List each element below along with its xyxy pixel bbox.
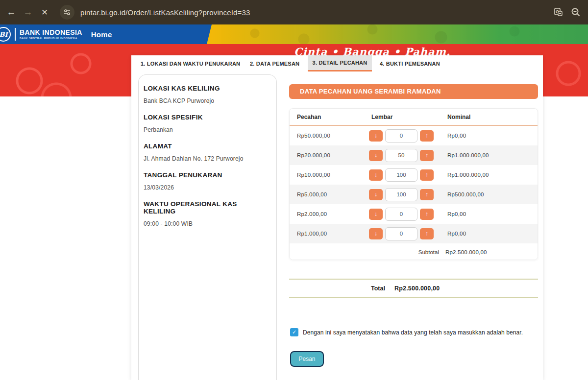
site-header: BI BANK INDONESIA BANK SENTRAL REPUBLIK … bbox=[0, 24, 588, 44]
decrement-button[interactable]: ↓ bbox=[369, 189, 383, 200]
denomination-table: Pecahan Lembar Nominal Rp50.000,00 ↓ ↑ R… bbox=[289, 108, 538, 260]
stop-button[interactable]: ✕ bbox=[36, 4, 53, 21]
nominal-value: Rp500.000,00 bbox=[445, 191, 538, 197]
denomination-label: Rp50.000,00 bbox=[290, 133, 369, 139]
forward-button[interactable]: → bbox=[20, 4, 36, 21]
summary-field-value: Jl. Ahmad Dahlan No. 172 Purworejo bbox=[144, 155, 270, 162]
summary-field-label: LOKASI SPESIFIK bbox=[144, 114, 270, 121]
agreement-label[interactable]: Dengan ini saya menyatakan bahwa data ya… bbox=[303, 329, 523, 336]
subtotal-label: Subtotal bbox=[290, 249, 439, 255]
arrow-down-icon: ↓ bbox=[374, 211, 377, 217]
summary-field-label: TANGGAL PENUKARAN bbox=[144, 171, 270, 179]
denomination-row: Rp2.000,00 ↓ ↑ Rp0,00 bbox=[290, 204, 538, 224]
denomination-row: Rp50.000,00 ↓ ↑ Rp0,00 bbox=[290, 126, 538, 145]
column-header-nominal: Nominal bbox=[445, 114, 538, 120]
arrow-up-icon: ↑ bbox=[425, 132, 428, 139]
denomination-row: Rp1.000,00 ↓ ↑ Rp0,00 bbox=[290, 224, 538, 243]
table-header-row: Pecahan Lembar Nominal bbox=[290, 109, 538, 126]
sheet-count-input[interactable] bbox=[385, 188, 417, 201]
nav-home-link[interactable]: Home bbox=[91, 30, 112, 39]
brand-subtitle: BANK SENTRAL REPUBLIK INDONESIA bbox=[20, 37, 82, 40]
nominal-value: Rp0,00 bbox=[445, 231, 538, 237]
total-box: Total Rp2.500.000,00 bbox=[289, 279, 538, 298]
subtotal-row: Subtotal Rp2.500.000,00 bbox=[290, 243, 538, 260]
bank-indonesia-logo-icon: BI bbox=[0, 27, 11, 42]
decrement-button[interactable]: ↓ bbox=[369, 228, 383, 239]
summary-field-label: ALAMAT bbox=[144, 142, 270, 150]
tab-1-lokasi-dan-waktu-penukaran[interactable]: 1. LOKASI DAN WAKTU PENUKARAN bbox=[141, 55, 240, 71]
arrow-up-icon: ↑ bbox=[425, 191, 428, 198]
tab-4-bukti-pemesanan[interactable]: 4. BUKTI PEMESANAN bbox=[380, 55, 440, 71]
denomination-label: Rp20.000,00 bbox=[290, 152, 369, 158]
tab-2-data-pemesan[interactable]: 2. DATA PEMESAN bbox=[250, 55, 299, 71]
nominal-value: Rp0,00 bbox=[445, 211, 538, 217]
wizard-tabs: 1. LOKASI DAN WAKTU PENUKARAN2. DATA PEM… bbox=[131, 55, 543, 71]
browser-toolbar: ← → ✕ pintar.bi.go.id/Order/ListKasKelil… bbox=[0, 0, 588, 24]
agreement-checkbox[interactable]: ✓ bbox=[290, 328, 298, 336]
denomination-label: Rp5.000,00 bbox=[290, 191, 369, 197]
tab-3-detail-pecahan[interactable]: 3. DETAIL PECAHAN bbox=[308, 55, 372, 71]
address-bar[interactable]: pintar.bi.go.id/Order/ListKasKeliling?pr… bbox=[80, 8, 250, 17]
arrow-up-icon: ↑ bbox=[425, 230, 428, 237]
page: ← → ✕ pintar.bi.go.id/Order/ListKasKelil… bbox=[0, 0, 588, 380]
sheet-count-input[interactable] bbox=[385, 129, 417, 142]
increment-button[interactable]: ↑ bbox=[420, 189, 434, 200]
content-card: 1. LOKASI DAN WAKTU PENUKARAN2. DATA PEM… bbox=[131, 55, 543, 380]
agreement-row: ✓ Dengan ini saya menyatakan bahwa data … bbox=[290, 328, 523, 336]
increment-button[interactable]: ↑ bbox=[420, 150, 434, 161]
form-banner: DATA PECAHAN UANG SERAMBI RAMADAN bbox=[289, 84, 538, 99]
decrement-button[interactable]: ↓ bbox=[369, 209, 383, 220]
sheet-count-input[interactable] bbox=[385, 208, 417, 221]
arrow-down-icon: ↓ bbox=[374, 191, 377, 198]
translate-icon[interactable]: G bbox=[553, 7, 564, 18]
back-button[interactable]: ← bbox=[3, 4, 20, 21]
tune-icon bbox=[63, 8, 71, 16]
arrow-down-icon: ↓ bbox=[374, 230, 377, 237]
arrow-down-icon: ↓ bbox=[374, 152, 377, 159]
total-label: Total bbox=[371, 285, 385, 292]
subtotal-value: Rp2.500.000,00 bbox=[439, 249, 487, 255]
denomination-row: Rp20.000,00 ↓ ↑ Rp1.000.000,00 bbox=[290, 145, 538, 165]
column-header-lembar: Lembar bbox=[369, 114, 445, 120]
denomination-row: Rp5.000,00 ↓ ↑ Rp500.000,00 bbox=[290, 185, 538, 204]
denomination-row: Rp10.000,00 ↓ ↑ Rp1.000.000,00 bbox=[290, 165, 538, 185]
increment-button[interactable]: ↑ bbox=[420, 130, 434, 142]
nominal-value: Rp0,00 bbox=[445, 133, 538, 139]
site-info-button[interactable] bbox=[60, 5, 74, 20]
sheet-count-input[interactable] bbox=[385, 168, 417, 182]
brand-divider bbox=[15, 28, 16, 41]
brand-area: BI BANK INDONESIA BANK SENTRAL REPUBLIK … bbox=[0, 24, 212, 44]
arrow-up-icon: ↑ bbox=[425, 211, 428, 217]
arrow-up-icon: ↑ bbox=[425, 152, 428, 159]
decrement-button[interactable]: ↓ bbox=[369, 150, 383, 161]
decrement-button[interactable]: ↓ bbox=[369, 169, 383, 181]
denomination-form: DATA PECAHAN UANG SERAMBI RAMADAN Pecaha… bbox=[289, 84, 538, 380]
decrement-button[interactable]: ↓ bbox=[369, 130, 383, 142]
summary-field-label: WAKTU OPERASIONAL KAS KELILING bbox=[144, 200, 270, 215]
arrow-up-icon: ↑ bbox=[425, 171, 428, 178]
column-header-pecahan: Pecahan bbox=[290, 114, 369, 120]
nominal-value: Rp1.000.000,00 bbox=[445, 152, 538, 158]
summary-field-value: 09:00 - 10:00 WIB bbox=[144, 220, 270, 227]
arrow-down-icon: ↓ bbox=[374, 132, 377, 139]
sheet-count-input[interactable] bbox=[385, 227, 417, 240]
summary-field-value: Perbankan bbox=[144, 126, 270, 133]
denomination-label: Rp2.000,00 bbox=[290, 211, 369, 217]
order-submit-button[interactable]: Pesan bbox=[290, 351, 324, 367]
increment-button[interactable]: ↑ bbox=[420, 169, 434, 181]
summary-field-value: Bank BCA KCP Purworejo bbox=[144, 97, 270, 104]
summary-field-value: 13/03/2026 bbox=[144, 184, 270, 191]
increment-button[interactable]: ↑ bbox=[420, 228, 434, 239]
total-value: Rp2.500.000,00 bbox=[394, 285, 440, 292]
nominal-value: Rp1.000.000,00 bbox=[445, 172, 538, 178]
brand-name: BANK INDONESIA bbox=[20, 29, 82, 36]
order-summary-panel: LOKASI KAS KELILINGBank BCA KCP Purworej… bbox=[138, 74, 277, 380]
arrow-down-icon: ↓ bbox=[374, 171, 377, 178]
increment-button[interactable]: ↑ bbox=[420, 209, 434, 220]
denomination-label: Rp1.000,00 bbox=[290, 231, 369, 237]
denomination-label: Rp10.000,00 bbox=[290, 172, 369, 178]
summary-field-label: LOKASI KAS KELILING bbox=[144, 85, 270, 92]
zoom-out-icon[interactable] bbox=[570, 7, 581, 18]
sheet-count-input[interactable] bbox=[385, 149, 417, 162]
